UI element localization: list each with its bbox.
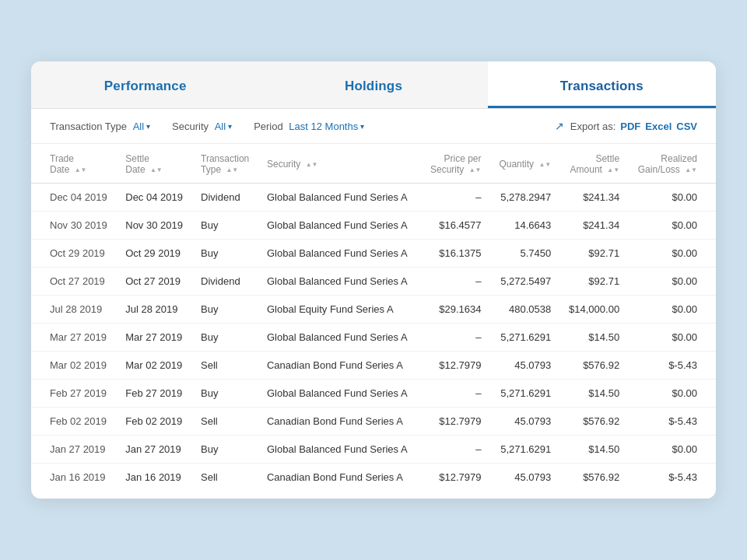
col-price-per-security[interactable]: Price perSecurity ▲▼ [420,144,489,184]
cell-security: Global Balanced Fund Series A [259,240,420,268]
col-settle-date[interactable]: SettleDate ▲▼ [117,144,193,184]
cell-trade_date: Oct 29 2019 [31,240,117,268]
table-row: Jan 27 2019Jan 27 2019BuyGlobal Balanced… [31,436,716,464]
cell-transaction_type: Buy [193,436,259,464]
cell-settle_date: Mar 02 2019 [117,352,193,380]
cell-quantity: 5,271.6291 [489,380,559,408]
cell-realized_gain_loss: $0.00 [627,268,716,296]
cell-transaction_type: Sell [193,408,259,436]
export-label: Export as: [570,121,616,132]
cell-price_per_security: – [420,436,489,464]
cell-settle_date: Dec 04 2019 [117,184,193,212]
period-chevron: ▾ [360,122,364,131]
cell-settle_amount: $14,000.00 [559,296,627,324]
cell-settle_date: Jul 28 2019 [117,296,193,324]
period-value[interactable]: Last 12 Months ▾ [289,121,364,132]
cell-quantity: 480.0538 [489,296,559,324]
cell-settle_amount: $576.92 [559,464,627,492]
period-filter: Period Last 12 Months ▾ [254,121,364,132]
security-filter: Security All ▾ [172,121,232,132]
table-row: Mar 27 2019Mar 27 2019BuyGlobal Balanced… [31,324,716,352]
filters-bar: Transaction Type All ▾ Security All ▾ Pe… [31,109,716,144]
col-security[interactable]: Security ▲▼ [259,144,420,184]
export-pdf[interactable]: PDF [620,121,640,132]
cell-settle_date: Feb 27 2019 [117,380,193,408]
export-csv[interactable]: CSV [676,121,697,132]
cell-trade_date: Nov 30 2019 [31,212,117,240]
export-excel[interactable]: Excel [645,121,672,132]
cell-price_per_security: – [420,184,489,212]
cell-transaction_type: Sell [193,464,259,492]
tab-performance[interactable]: Performance [31,61,259,108]
transactions-table-wrap: TradeDate ▲▼ SettleDate ▲▼ TransactionTy… [31,144,716,499]
cell-settle_date: Oct 27 2019 [117,268,193,296]
cell-transaction_type: Dividend [193,268,259,296]
col-trade-date[interactable]: TradeDate ▲▼ [31,144,117,184]
cell-price_per_security: $12.7979 [420,408,489,436]
cell-settle_amount: $14.50 [559,324,627,352]
cell-realized_gain_loss: $0.00 [627,296,716,324]
cell-realized_gain_loss: $0.00 [627,324,716,352]
table-row: Dec 04 2019Dec 04 2019DividendGlobal Bal… [31,184,716,212]
cell-realized_gain_loss: $-5.43 [627,464,716,492]
tab-transactions[interactable]: Transactions [488,61,716,108]
cell-transaction_type: Buy [193,296,259,324]
table-row: Feb 02 2019Feb 02 2019SellCanadian Bond … [31,408,716,436]
cell-quantity: 5,271.6291 [489,436,559,464]
cell-quantity: 45.0793 [489,352,559,380]
cell-price_per_security: $12.7979 [420,464,489,492]
cell-trade_date: Jan 16 2019 [31,464,117,492]
cell-quantity: 5,272.5497 [489,268,559,296]
cell-price_per_security: $16.1375 [420,240,489,268]
cell-transaction_type: Buy [193,324,259,352]
cell-quantity: 45.0793 [489,464,559,492]
cell-settle_date: Nov 30 2019 [117,212,193,240]
col-quantity[interactable]: Quantity ▲▼ [489,144,559,184]
cell-trade_date: Feb 02 2019 [31,408,117,436]
cell-settle_date: Feb 02 2019 [117,408,193,436]
cell-quantity: 5.7450 [489,240,559,268]
table-row: Jan 16 2019Jan 16 2019SellCanadian Bond … [31,464,716,492]
security-label: Security [172,121,209,132]
cell-realized_gain_loss: $0.00 [627,380,716,408]
cell-security: Global Balanced Fund Series A [259,212,420,240]
transactions-table: TradeDate ▲▼ SettleDate ▲▼ TransactionTy… [31,144,716,491]
cell-trade_date: Jan 27 2019 [31,436,117,464]
cell-trade_date: Mar 02 2019 [31,352,117,380]
cell-quantity: 14.6643 [489,212,559,240]
cell-security: Global Equity Fund Series A [259,296,420,324]
transaction-type-filter: Transaction Type All ▾ [50,121,150,132]
cell-settle_amount: $576.92 [559,408,627,436]
period-label: Period [254,121,283,132]
cell-security: Global Balanced Fund Series A [259,184,420,212]
cell-security: Global Balanced Fund Series A [259,380,420,408]
cell-realized_gain_loss: $0.00 [627,212,716,240]
cell-settle_amount: $241.34 [559,212,627,240]
cell-trade_date: Oct 27 2019 [31,268,117,296]
export-icon: ↗ [555,120,564,132]
table-row: Feb 27 2019Feb 27 2019BuyGlobal Balanced… [31,380,716,408]
cell-quantity: 5,271.6291 [489,324,559,352]
col-transaction-type[interactable]: TransactionType ▲▼ [193,144,259,184]
col-realized-gain-loss[interactable]: RealizedGain/Loss ▲▼ [627,144,716,184]
cell-price_per_security: – [420,268,489,296]
cell-price_per_security: – [420,324,489,352]
cell-trade_date: Mar 27 2019 [31,324,117,352]
col-settle-amount[interactable]: SettleAmount ▲▼ [559,144,627,184]
cell-security: Canadian Bond Fund Series A [259,408,420,436]
tab-holdings[interactable]: Holdings [259,61,487,108]
cell-realized_gain_loss: $-5.43 [627,352,716,380]
cell-transaction_type: Buy [193,240,259,268]
transaction-type-value[interactable]: All ▾ [133,121,150,132]
export-area: ↗ Export as: PDF Excel CSV [555,120,697,132]
cell-price_per_security: – [420,380,489,408]
security-value[interactable]: All ▾ [215,121,232,132]
cell-price_per_security: $16.4577 [420,212,489,240]
security-chevron: ▾ [228,122,232,131]
cell-trade_date: Feb 27 2019 [31,380,117,408]
main-card: Performance Holdings Transactions Transa… [31,61,716,499]
cell-security: Canadian Bond Fund Series A [259,352,420,380]
cell-realized_gain_loss: $-5.43 [627,408,716,436]
table-row: Mar 02 2019Mar 02 2019SellCanadian Bond … [31,352,716,380]
table-row: Jul 28 2019Jul 28 2019BuyGlobal Equity F… [31,296,716,324]
